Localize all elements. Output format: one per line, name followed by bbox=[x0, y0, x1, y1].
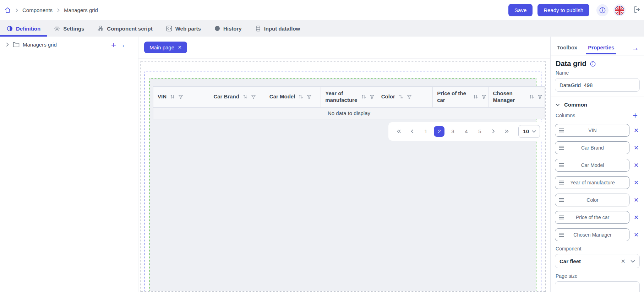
remove-column-icon[interactable]: ✕ bbox=[633, 144, 640, 152]
page-container-outline[interactable]: VIN Car Brand Car Model bbox=[140, 61, 546, 292]
sort-icon[interactable] bbox=[398, 94, 404, 99]
chevron-down-icon[interactable] bbox=[631, 260, 635, 263]
drag-handle-icon[interactable] bbox=[559, 233, 564, 237]
home-icon[interactable] bbox=[4, 7, 11, 13]
grid-pagination: 1 2 3 4 5 10 bbox=[388, 122, 545, 141]
page-button[interactable]: 1 bbox=[420, 126, 431, 137]
info-button[interactable] bbox=[596, 4, 608, 16]
page-button-active[interactable]: 2 bbox=[434, 126, 444, 137]
column-pill[interactable]: Color bbox=[555, 194, 629, 206]
filter-icon[interactable] bbox=[407, 94, 412, 99]
remove-column-icon[interactable]: ✕ bbox=[633, 214, 640, 221]
grid-column-header[interactable]: Price of the car bbox=[433, 87, 489, 107]
main-page-chip[interactable]: Main page ✕ bbox=[144, 42, 187, 53]
column-pill[interactable]: Price of the car bbox=[555, 211, 629, 224]
sort-icon[interactable] bbox=[529, 94, 534, 99]
first-page-button[interactable] bbox=[393, 126, 404, 137]
ready-to-publish-button[interactable]: Ready to publish bbox=[537, 4, 589, 16]
next-page-button[interactable] bbox=[488, 126, 498, 137]
page-size-input[interactable] bbox=[555, 281, 640, 292]
remove-column-icon[interactable]: ✕ bbox=[633, 127, 640, 134]
breadcrumb-current: Managers grid bbox=[64, 7, 98, 13]
remove-column-icon[interactable]: ✕ bbox=[633, 179, 640, 186]
logout-button[interactable] bbox=[633, 6, 641, 15]
add-column-button[interactable]: + bbox=[633, 111, 638, 120]
panel-title: Data grid bbox=[556, 60, 586, 68]
history-icon bbox=[214, 26, 220, 31]
name-input[interactable] bbox=[555, 78, 640, 92]
collapse-panel-arrow[interactable]: → bbox=[632, 44, 639, 55]
component-select[interactable]: Car fleet ✕ bbox=[555, 254, 640, 268]
drag-handle-icon[interactable] bbox=[559, 198, 564, 202]
column-pill[interactable]: Chosen Manager bbox=[555, 228, 629, 241]
language-button[interactable] bbox=[613, 4, 626, 16]
grid-column-header[interactable]: Car Model bbox=[265, 87, 321, 107]
sort-icon[interactable] bbox=[242, 94, 248, 99]
page-button[interactable]: 4 bbox=[461, 126, 471, 137]
filter-icon[interactable] bbox=[307, 94, 312, 99]
pages-sidebar: Managers grid + ← bbox=[0, 37, 138, 292]
component-script-icon bbox=[98, 26, 104, 32]
filter-icon[interactable] bbox=[178, 94, 183, 99]
tab-history[interactable]: History bbox=[208, 20, 249, 37]
tree-item-managers-grid[interactable]: Managers grid bbox=[0, 37, 138, 48]
grid-column-header[interactable]: Car Brand bbox=[209, 87, 265, 107]
tab-definition[interactable]: Definition bbox=[0, 20, 47, 37]
name-label: Name bbox=[556, 70, 640, 76]
remove-column-icon[interactable]: ✕ bbox=[633, 162, 640, 169]
common-section-toggle[interactable]: Common bbox=[556, 102, 640, 108]
grid-column-header[interactable]: Color bbox=[377, 87, 433, 107]
tab-toolbox[interactable]: Toolbox bbox=[557, 44, 577, 54]
add-page-button[interactable]: + bbox=[111, 41, 116, 49]
column-pill[interactable]: VIN bbox=[555, 124, 629, 137]
tab-properties[interactable]: Properties bbox=[588, 44, 614, 54]
drag-handle-icon[interactable] bbox=[559, 215, 564, 220]
drag-handle-icon[interactable] bbox=[559, 180, 564, 185]
properties-panel: Toolbox Properties → Data grid Name Comm… bbox=[550, 37, 644, 292]
column-pill[interactable]: Year of manufacture bbox=[555, 176, 629, 189]
breadcrumb-components[interactable]: Components bbox=[22, 7, 53, 13]
page-button[interactable]: 5 bbox=[474, 126, 485, 137]
divider bbox=[551, 97, 644, 97]
collapse-sidebar-arrow[interactable]: ← bbox=[121, 41, 129, 49]
filter-icon[interactable] bbox=[251, 94, 256, 99]
close-icon[interactable]: ✕ bbox=[178, 45, 182, 50]
grid-column-header[interactable]: Year of manufacture bbox=[321, 87, 377, 107]
tab-component-script[interactable]: Component script bbox=[91, 20, 159, 37]
filter-icon[interactable] bbox=[537, 94, 542, 99]
tab-web-parts[interactable]: Web parts bbox=[159, 20, 208, 37]
chevron-expand-icon[interactable] bbox=[5, 42, 10, 47]
tab-input-dataflow[interactable]: Input dataflow bbox=[249, 20, 307, 37]
info-icon[interactable] bbox=[590, 61, 596, 67]
filter-icon[interactable] bbox=[481, 94, 486, 99]
columns-label: Columns bbox=[556, 113, 575, 118]
top-bar: Components Managers grid Save Ready to p… bbox=[0, 0, 644, 20]
drag-handle-icon[interactable] bbox=[559, 163, 564, 167]
previous-page-button[interactable] bbox=[407, 126, 417, 137]
last-page-button[interactable] bbox=[501, 126, 512, 137]
tree-item-label: Managers grid bbox=[23, 42, 57, 48]
sort-icon[interactable] bbox=[298, 94, 304, 99]
column-pill[interactable]: Car Model bbox=[555, 159, 629, 172]
page-button[interactable]: 3 bbox=[447, 126, 458, 137]
drag-handle-icon[interactable] bbox=[559, 128, 564, 133]
selected-datagrid-outline[interactable]: VIN Car Brand Car Model bbox=[149, 78, 536, 292]
sort-icon[interactable] bbox=[361, 94, 366, 99]
grid-column-header[interactable]: Chosen Manager bbox=[489, 87, 545, 107]
remove-column-icon[interactable]: ✕ bbox=[633, 231, 640, 239]
tab-settings[interactable]: Settings bbox=[47, 20, 91, 37]
column-pill[interactable]: Car Brand bbox=[555, 141, 629, 154]
settings-gear-icon bbox=[54, 26, 60, 32]
column-item: Year of manufacture ✕ bbox=[555, 176, 640, 189]
page-size-dropdown[interactable]: 10 bbox=[518, 125, 540, 138]
save-button[interactable]: Save bbox=[508, 4, 533, 16]
filter-icon[interactable] bbox=[370, 94, 375, 99]
sort-icon[interactable] bbox=[473, 94, 478, 99]
drag-handle-icon[interactable] bbox=[559, 146, 564, 150]
data-grid-preview[interactable]: VIN Car Brand Car Model bbox=[153, 86, 545, 119]
layout-container-outline[interactable]: VIN Car Brand Car Model bbox=[144, 71, 541, 292]
sort-icon[interactable] bbox=[170, 94, 175, 99]
grid-column-header[interactable]: VIN bbox=[153, 87, 209, 107]
remove-column-icon[interactable]: ✕ bbox=[633, 196, 640, 204]
clear-selection-icon[interactable]: ✕ bbox=[621, 258, 626, 265]
